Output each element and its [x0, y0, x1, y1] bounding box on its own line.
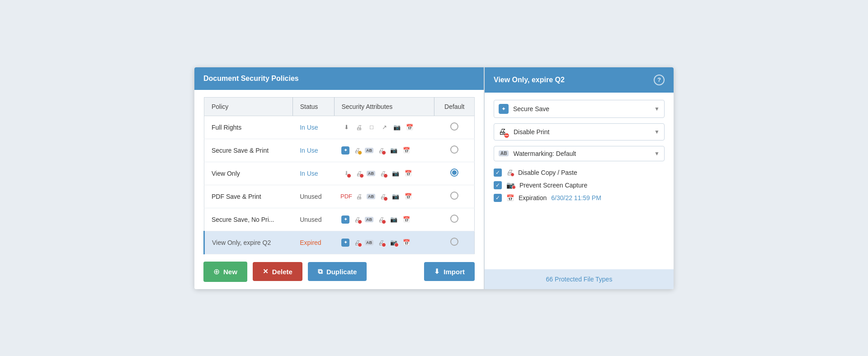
- duplicate-icon: ⧉: [318, 267, 323, 276]
- calendar-icon: 📅: [403, 192, 413, 201]
- download-red-icon: ⬇: [341, 169, 351, 178]
- default-cell: [434, 116, 475, 139]
- table-row[interactable]: PDF Save & Print Unused PDF🖨AB🖨📷📅: [204, 185, 475, 208]
- chevron-down-icon: ▼: [654, 106, 660, 112]
- security-attributes: ⬇🖨AB🖨📷📅: [334, 162, 434, 185]
- import-label: Import: [443, 268, 465, 276]
- new-icon: ⊕: [213, 267, 220, 276]
- disable-copy-checkbox[interactable]: ✓: [494, 169, 502, 177]
- table-row[interactable]: View Only In Use ⬇🖨AB🖨📷📅: [204, 162, 475, 185]
- calendar-icon: 📅: [401, 238, 411, 248]
- star-icon: ✦: [341, 146, 349, 155]
- prevent-screen-capture-row: ✓ 📷 Prevent Screen Capture: [494, 181, 665, 189]
- print-red-icon: 🖨: [352, 238, 362, 248]
- calendar-icon: 📅: [401, 215, 411, 225]
- delete-button[interactable]: ✕ Delete: [253, 262, 302, 281]
- default-radio[interactable]: [450, 122, 458, 131]
- col-security: Security Attributes: [334, 97, 434, 116]
- prevent-screen-checkbox[interactable]: ✓: [494, 181, 502, 189]
- policy-status: In Use: [292, 162, 334, 185]
- right-panel-title: View Only, expire Q2: [494, 76, 565, 84]
- star-icon: ✦: [341, 215, 349, 224]
- ab-icon: AB: [367, 194, 375, 199]
- default-radio[interactable]: [450, 215, 458, 223]
- security-attributes: ✦🖨AB🖨📷📅: [334, 208, 434, 231]
- download-icon: ⬇: [341, 122, 351, 132]
- expiration-row: ✓ 📅 Expiration 6/30/22 11:59 PM: [494, 194, 665, 202]
- left-panel-header: Document Security Policies: [194, 67, 484, 90]
- protected-file-types-label: 66 Protected File Types: [546, 276, 613, 283]
- print-red-icon: 🖨: [378, 169, 388, 178]
- policy-name: View Only, expire Q2: [204, 231, 293, 254]
- star-icon: ✦: [341, 239, 349, 247]
- table-row[interactable]: Secure Save & Print In Use ✦🖨AB🖨📷📅: [204, 139, 475, 162]
- table-area: Policy Status Security Attributes Defaul…: [194, 90, 484, 254]
- expiration-value: 6/30/22 11:59 PM: [551, 194, 601, 201]
- col-status: Status: [292, 97, 334, 116]
- policy-status: Expired: [292, 231, 334, 254]
- calendar-icon: 📅: [401, 145, 411, 155]
- table-row[interactable]: Secure Save, No Pri... Unused ✦🖨AB🖨📷📅: [204, 208, 475, 231]
- ab-icon: AB: [365, 148, 373, 153]
- camera-icon: 📷: [389, 145, 399, 155]
- print-icon: 🖨: [354, 192, 364, 201]
- camera-red-icon: 📷: [389, 238, 399, 248]
- policy-status: In Use: [292, 139, 334, 162]
- security-attributes: PDF🖨AB🖨📷📅: [334, 185, 434, 208]
- ab-icon: AB: [499, 150, 509, 156]
- policy-name: PDF Save & Print: [204, 185, 293, 208]
- watermarking-label: Watermarking: Default: [513, 150, 654, 157]
- page-icon: □: [367, 122, 377, 132]
- duplicate-button[interactable]: ⧉ Duplicate: [308, 262, 367, 281]
- print-icon: 🖨: [354, 122, 364, 132]
- secure-save-label: Secure Save: [513, 105, 654, 112]
- pdf-icon: PDF: [341, 192, 351, 201]
- delete-icon: ✕: [263, 267, 269, 276]
- print-red-icon: 🖨: [376, 238, 386, 248]
- print-red-icon: 🖨: [354, 169, 364, 178]
- camera-icon: 📷: [391, 192, 401, 201]
- default-radio[interactable]: [450, 238, 458, 246]
- calendar-icon: 📅: [405, 122, 415, 132]
- policy-name: Full Rights: [204, 116, 293, 139]
- policy-status: Unused: [292, 185, 334, 208]
- default-cell: [434, 231, 475, 254]
- prevent-screen-text: Prevent Screen Capture: [519, 182, 587, 189]
- delete-label: Delete: [272, 268, 292, 276]
- camera-red-icon: 📷: [506, 181, 515, 189]
- policy-status: Unused: [292, 208, 334, 231]
- left-panel-title: Document Security Policies: [203, 75, 299, 82]
- new-label: New: [223, 268, 237, 276]
- policy-name: View Only: [204, 162, 293, 185]
- help-button[interactable]: ?: [654, 75, 665, 85]
- col-default: Default: [434, 97, 475, 116]
- default-radio-checked[interactable]: [450, 169, 458, 177]
- watermarking-dropdown[interactable]: AB Watermarking: Default ▼: [494, 146, 665, 161]
- default-radio[interactable]: [450, 192, 458, 200]
- import-button[interactable]: ⬇ Import: [424, 262, 475, 281]
- right-panel: View Only, expire Q2 ? ✦ Secure Save ▼ 🖨…: [484, 67, 674, 289]
- calendar-icon: 📅: [506, 194, 514, 201]
- protected-file-types[interactable]: 66 Protected File Types: [485, 269, 674, 289]
- default-radio[interactable]: [450, 145, 458, 154]
- send-icon: ↗: [379, 122, 389, 132]
- calendar-icon: 📅: [403, 169, 413, 178]
- default-cell: [434, 208, 475, 231]
- security-attributes: ✦🖨AB🖨📷📅: [334, 231, 434, 254]
- right-panel-header: View Only, expire Q2 ?: [485, 67, 674, 93]
- print-gold-icon: 🖨: [352, 145, 362, 155]
- expiration-checkbox[interactable]: ✓: [494, 194, 502, 202]
- default-cell: [434, 162, 475, 185]
- print-red-icon: 🖨: [499, 127, 506, 136]
- print-red-icon: 🖨: [352, 215, 362, 225]
- table-row[interactable]: Full Rights In Use ⬇🖨□↗📷📅: [204, 116, 475, 139]
- duplicate-label: Duplicate: [326, 268, 357, 276]
- left-panel: Document Security Policies Policy Status…: [194, 67, 484, 289]
- security-attributes: ✦🖨AB🖨📷📅: [334, 139, 434, 162]
- table-row[interactable]: View Only, expire Q2 Expired ✦🖨AB🖨📷📅: [204, 231, 475, 254]
- ab-icon: AB: [365, 240, 373, 245]
- new-button[interactable]: ⊕ New: [203, 262, 247, 282]
- camera-icon: 📷: [391, 169, 401, 178]
- secure-save-dropdown[interactable]: ✦ Secure Save ▼: [494, 100, 665, 118]
- disable-print-dropdown[interactable]: 🖨 Disable Print ▼: [494, 123, 665, 141]
